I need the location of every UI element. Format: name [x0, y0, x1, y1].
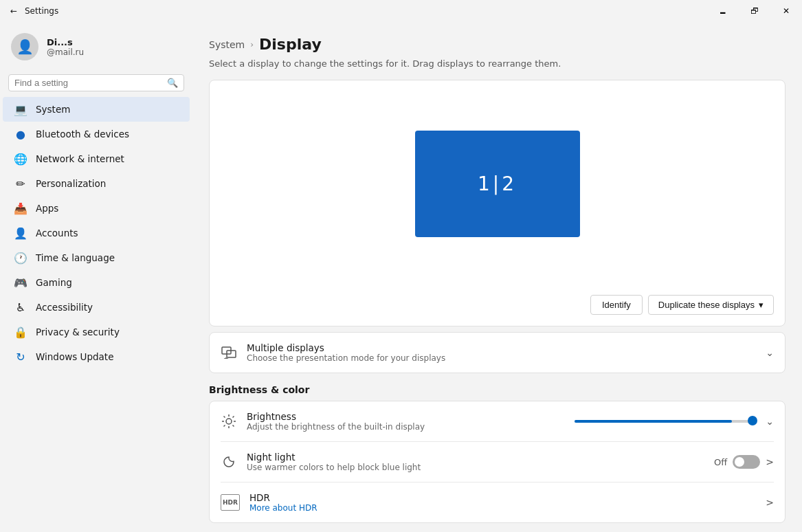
hdr-left: HDR HDR More about HDR [221, 492, 318, 513]
sidebar-item-gaming[interactable]: 🎮 Gaming [3, 270, 190, 295]
sidebar-item-label: Accounts [36, 228, 78, 239]
sidebar-item-accessibility[interactable]: ♿ Accessibility [3, 295, 190, 320]
sidebar-item-apps[interactable]: 📥 Apps [3, 196, 190, 221]
titlebar-controls: 🗕 🗗 ✕ [707, 0, 802, 22]
duplicate-label: Duplicate these displays [658, 300, 755, 310]
night-light-left: Night light Use warmer colors to help bl… [221, 452, 421, 472]
titlebar-left: ← Settings [8, 5, 58, 16]
system-icon: 💻 [14, 102, 27, 116]
night-light-toggle[interactable] [733, 455, 760, 469]
page-title: Display [259, 36, 322, 53]
night-light-text: Night light Use warmer colors to help bl… [247, 452, 421, 472]
network-icon: 🌐 [14, 152, 27, 166]
sidebar-item-label: System [36, 104, 70, 115]
night-light-status: Off [714, 457, 727, 467]
page-subtitle: Select a display to change the settings … [209, 58, 786, 69]
multiple-displays-title: Multiple displays [247, 342, 445, 353]
svg-line-11 [233, 417, 234, 418]
privacy-icon: 🔒 [14, 325, 27, 339]
avatar-icon: 👤 [16, 38, 34, 55]
hdr-icon: HDR [221, 494, 240, 511]
multiple-displays-subtitle: Choose the presentation mode for your di… [247, 353, 445, 363]
toggle-knob [735, 457, 744, 467]
gaming-icon: 🎮 [14, 276, 27, 289]
multiple-displays-row[interactable]: Multiple displays Choose the presentatio… [210, 333, 785, 373]
titlebar: ← Settings 🗕 🗗 ✕ [0, 0, 802, 22]
app-title: Settings [25, 6, 58, 16]
user-section[interactable]: 👤 Di...s @mail.ru [0, 22, 192, 71]
sidebar-item-network[interactable]: 🌐 Network & internet [3, 146, 190, 171]
breadcrumb-parent[interactable]: System [209, 39, 245, 50]
night-light-right: Off > [714, 455, 774, 469]
svg-line-9 [224, 417, 225, 418]
hdr-chevron: > [766, 497, 774, 508]
multiple-displays-icon [221, 344, 237, 361]
close-button[interactable]: ✕ [770, 0, 802, 22]
slider-thumb[interactable] [748, 416, 757, 425]
back-button[interactable]: ← [8, 5, 19, 16]
search-icon: 🔍 [167, 78, 178, 88]
brightness-row: Brightness Adjust the brightness of the … [210, 401, 785, 441]
sidebar-item-time[interactable]: 🕐 Time & language [3, 245, 190, 270]
brightness-left: Brightness Adjust the brightness of the … [221, 411, 425, 432]
minimize-button[interactable]: 🗕 [707, 0, 739, 22]
night-light-title: Night light [247, 452, 421, 463]
sidebar-item-privacy[interactable]: 🔒 Privacy & security [3, 320, 190, 344]
sidebar-item-label: Privacy & security [36, 326, 120, 337]
app-body: 👤 Di...s @mail.ru 🔍 💻 System ● Bluetooth… [0, 22, 802, 532]
svg-line-12 [224, 425, 225, 427]
breadcrumb-arrow: › [250, 40, 254, 49]
search-input[interactable] [14, 78, 163, 88]
sidebar-item-label: Personalization [36, 178, 106, 189]
brightness-title: Brightness [247, 411, 425, 422]
sidebar-item-label: Accessibility [36, 302, 93, 313]
brightness-slider[interactable] [575, 420, 753, 423]
personalization-icon: ✏ [14, 177, 27, 190]
hdr-link[interactable]: More about HDR [249, 503, 318, 513]
time-icon: 🕐 [14, 251, 27, 265]
multiple-displays-card: Multiple displays Choose the presentatio… [209, 332, 786, 373]
sidebar-item-label: Network & internet [36, 153, 124, 164]
maximize-button[interactable]: 🗗 [739, 0, 770, 22]
avatar: 👤 [11, 33, 38, 60]
svg-line-10 [233, 425, 234, 427]
user-info: Di...s @mail.ru [47, 37, 84, 57]
user-email: @mail.ru [47, 47, 84, 57]
sidebar-item-label: Bluetooth & devices [36, 129, 129, 140]
display-preview-card: 1|2 Identify Duplicate these displays ▾ [209, 80, 786, 326]
slider-area: ⌄ [425, 416, 774, 427]
display-actions: Identify Duplicate these displays ▾ [210, 287, 785, 326]
display-label: 1|2 [478, 173, 517, 195]
night-light-chevron: > [766, 456, 774, 467]
sidebar-item-accounts[interactable]: 👤 Accounts [3, 221, 190, 245]
user-name: Di...s [47, 37, 84, 47]
sidebar-item-label: Apps [36, 203, 58, 214]
sidebar-item-label: Gaming [36, 277, 72, 288]
brightness-icon [221, 413, 237, 430]
slider-fill [575, 420, 732, 423]
display-monitor[interactable]: 1|2 [415, 131, 580, 237]
brightness-text: Brightness Adjust the brightness of the … [247, 411, 425, 432]
accessibility-icon: ♿ [14, 300, 27, 314]
windows-update-icon: ↻ [14, 350, 27, 364]
search-box: 🔍 [8, 74, 184, 91]
identify-button[interactable]: Identify [590, 295, 643, 315]
sidebar-item-system[interactable]: 💻 System [3, 97, 190, 122]
bluetooth-icon: ● [14, 127, 27, 141]
night-light-subtitle: Use warmer colors to help block blue lig… [247, 463, 421, 472]
night-light-icon [221, 454, 237, 470]
duplicate-button[interactable]: Duplicate these displays ▾ [648, 295, 774, 315]
sidebar-item-personalization[interactable]: ✏ Personalization [3, 171, 190, 196]
sidebar-item-windows-update[interactable]: ↻ Windows Update [3, 344, 190, 369]
hdr-row[interactable]: HDR HDR More about HDR > [210, 483, 785, 522]
sidebar-item-label: Windows Update [36, 351, 113, 362]
display-preview-area: 1|2 [210, 80, 785, 287]
brightness-color-card: Brightness Adjust the brightness of the … [209, 401, 786, 523]
sidebar: 👤 Di...s @mail.ru 🔍 💻 System ● Bluetooth… [0, 22, 192, 532]
svg-point-4 [226, 419, 232, 424]
sidebar-item-bluetooth[interactable]: ● Bluetooth & devices [3, 122, 190, 146]
brightness-color-heading: Brightness & color [209, 384, 786, 395]
night-light-row[interactable]: Night light Use warmer colors to help bl… [210, 442, 785, 482]
hdr-title: HDR [249, 492, 318, 503]
multiple-displays-text: Multiple displays Choose the presentatio… [247, 342, 445, 363]
